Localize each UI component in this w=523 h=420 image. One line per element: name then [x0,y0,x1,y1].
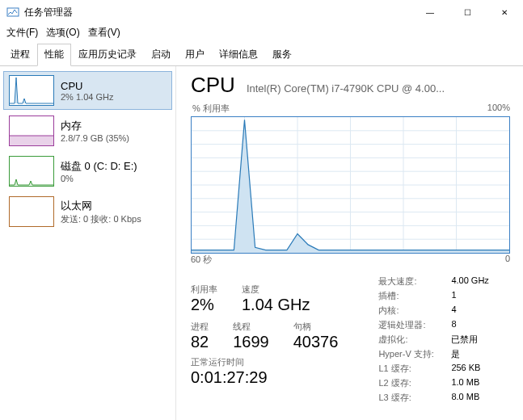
chart-ymax: 100% [487,103,510,115]
k-maxspeed: 最大速度: [378,275,451,288]
k-l3: L3 缓存: [378,392,451,404]
memory-thumb [9,116,54,146]
label-uptime: 正常运行时间 [191,356,338,368]
sidebar-net-sub: 发送: 0 接收: 0 Kbps [61,213,141,225]
sidebar-item-ethernet[interactable]: 以太网 发送: 0 接收: 0 Kbps [3,192,172,231]
close-button[interactable]: ✕ [486,0,523,24]
sidebar-mem-sub: 2.8/7.9 GB (35%) [61,133,129,143]
v-l1: 256 KB [451,363,516,375]
sidebar-item-memory[interactable]: 内存 2.8/7.9 GB (35%) [3,111,172,150]
tab-app-history[interactable]: 应用历史记录 [71,44,144,66]
v-maxspeed: 4.00 GHz [451,275,516,288]
main-heading: CPU [191,73,235,98]
v-logical: 8 [451,319,516,331]
k-hyperv: Hyper-V 支持: [378,348,451,360]
menu-options[interactable]: 选项(O) [46,26,79,40]
k-logical: 逻辑处理器: [378,319,451,331]
value-speed: 1.04 GHz [242,296,310,314]
sidebar-net-title: 以太网 [61,199,141,213]
k-cores: 内核: [378,304,451,317]
label-threads: 线程 [233,321,269,333]
menu-file[interactable]: 文件(F) [6,26,38,40]
sidebar-item-disk[interactable]: 磁盘 0 (C: D: E:) 0% [3,152,172,191]
sidebar-disk-sub: 0% [61,174,137,183]
label-handles: 句柄 [293,321,339,333]
value-uptime: 0:01:27:29 [191,368,338,387]
sidebar-cpu-sub: 2% 1.04 GHz [61,92,113,102]
sidebar-disk-title: 磁盘 0 (C: D: E:) [61,159,137,174]
tab-services[interactable]: 服务 [265,44,299,66]
cpu-chart[interactable] [191,116,510,254]
app-icon [6,6,19,19]
cpu-thumb [9,75,54,106]
k-virt: 虚拟化: [378,334,451,346]
tab-processes[interactable]: 进程 [3,44,37,66]
menubar: 文件(F) 选项(O) 查看(V) [0,24,523,43]
value-processes: 82 [191,333,209,351]
maximize-button[interactable]: ☐ [449,0,486,24]
sidebar: CPU 2% 1.04 GHz 内存 2.8/7.9 GB (35%) [0,66,176,420]
minimize-button[interactable]: — [411,0,449,24]
v-hyperv: 是 [451,348,516,360]
label-speed: 速度 [242,284,310,296]
tab-startup[interactable]: 启动 [144,44,178,66]
value-handles: 40376 [293,333,339,351]
tabstrip: 进程 性能 应用历史记录 启动 用户 详细信息 服务 [0,43,523,66]
chart-xright: 0 [505,254,510,266]
chart-ylabel: % 利用率 [192,103,230,115]
k-sockets: 插槽: [378,290,451,302]
window-title: 任务管理器 [24,6,73,19]
menu-view[interactable]: 查看(V) [88,26,120,40]
tab-performance[interactable]: 性能 [37,44,71,66]
v-sockets: 1 [451,290,516,302]
value-utilization: 2% [191,296,217,314]
tab-details[interactable]: 详细信息 [212,44,265,66]
sidebar-item-cpu[interactable]: CPU 2% 1.04 GHz [3,71,172,110]
titlebar: 任务管理器 — ☐ ✕ [0,0,523,24]
label-utilization: 利用率 [191,284,217,296]
label-processes: 进程 [191,321,209,333]
chart-xleft: 60 秒 [191,254,212,266]
main-panel: CPU Intel(R) Core(TM) i7-4790K CPU @ 4.0… [176,66,523,420]
v-cores: 4 [451,304,516,317]
disk-thumb [9,156,54,187]
tab-users[interactable]: 用户 [178,44,212,66]
cpu-description: Intel(R) Core(TM) i7-4790K CPU @ 4.00... [247,82,512,94]
k-l2: L2 缓存: [378,377,451,389]
sidebar-mem-title: 内存 [61,119,129,133]
svg-rect-1 [10,136,53,145]
cpu-info-grid: 最大速度:4.00 GHz 插槽:1 内核:4 逻辑处理器:8 虚拟化:已禁用 … [378,275,516,404]
k-l1: L1 缓存: [378,363,451,375]
sidebar-cpu-title: CPU [61,80,113,92]
value-threads: 1699 [233,333,269,351]
v-virt: 已禁用 [451,334,516,346]
net-thumb [9,196,54,227]
v-l2: 1.0 MB [451,377,516,389]
v-l3: 8.0 MB [451,392,516,404]
